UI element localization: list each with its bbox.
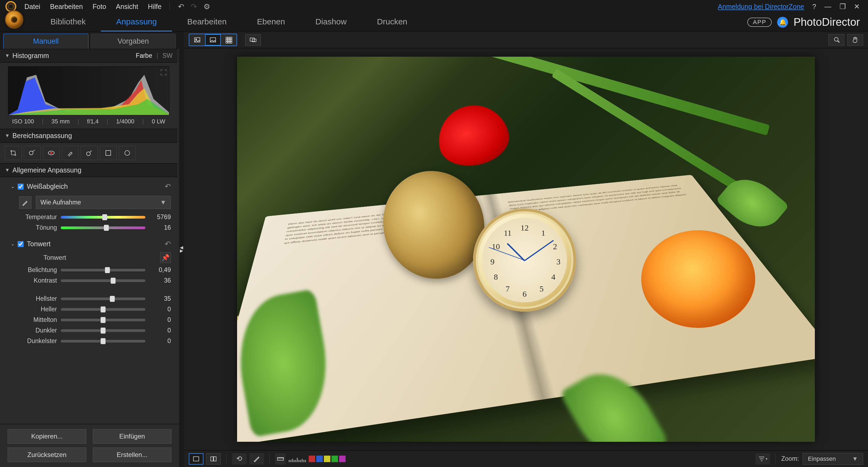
histogram-display[interactable]: ⛶: [8, 66, 169, 115]
menu-photo[interactable]: Foto: [93, 3, 106, 10]
gradient-mask-icon[interactable]: [100, 146, 117, 160]
histogram-metadata: ISO 100| 35 mm| f/1,4| 1/4000| 0 LW: [8, 118, 169, 125]
general-adjust-header[interactable]: ▼ Allgemeine Anpassung: [0, 163, 177, 177]
reset-button[interactable]: Zurücksetzen: [8, 447, 86, 462]
radial-mask-icon[interactable]: [119, 146, 135, 160]
tone-slider-dunkelster[interactable]: Dunkelster 0: [11, 336, 171, 346]
edit-pen-icon[interactable]: [249, 453, 264, 465]
pan-hand-icon[interactable]: [847, 34, 863, 45]
svg-rect-12: [226, 39, 227, 41]
app-store-button[interactable]: APP: [747, 18, 772, 27]
svg-point-7: [195, 39, 197, 40]
module-tab-layers[interactable]: Ebenen: [242, 13, 300, 31]
compare-split-icon[interactable]: [206, 453, 221, 465]
histogram-mode-color[interactable]: Farbe: [136, 52, 152, 59]
module-tab-edit[interactable]: Bearbeiten: [172, 13, 242, 31]
tint-slider[interactable]: Tönung 16: [11, 222, 171, 233]
adjustment-panel: Manuell Vorgaben ▼ Histogramm Farbe | SW: [0, 31, 179, 467]
white-balance-preset-dropdown[interactable]: Wie Aufnahme▼: [36, 196, 171, 209]
module-tab-print[interactable]: Drucken: [362, 13, 423, 31]
white-balance-toggle[interactable]: [18, 184, 24, 190]
selection-brush-icon[interactable]: [81, 146, 98, 160]
tone-slider-heller[interactable]: Heller 0: [11, 304, 171, 315]
menu-view[interactable]: Ansicht: [116, 3, 138, 10]
color-swatch[interactable]: [316, 456, 323, 462]
settings-gear-icon[interactable]: ⚙: [204, 2, 210, 11]
redeye-tool-icon[interactable]: [43, 146, 60, 160]
tone-slider-belichtung[interactable]: Belichtung 0,49: [11, 265, 171, 275]
pin-icon[interactable]: 📌: [160, 252, 171, 263]
secondary-display-icon[interactable]: [245, 34, 261, 45]
chevron-down-icon: ▼: [5, 133, 10, 138]
histogram-expand-icon[interactable]: ⛶: [160, 69, 167, 76]
color-swatch[interactable]: [339, 456, 346, 462]
module-tab-adjustment[interactable]: Anpassung: [101, 13, 172, 31]
menu-bar: Datei Bearbeiten Foto Ansicht Hilfe ↶ ↷ …: [0, 0, 868, 13]
panel-collapse-handle[interactable]: ◀▶: [179, 31, 184, 467]
spot-removal-icon[interactable]: [24, 146, 41, 160]
svg-rect-23: [214, 457, 216, 461]
undo-icon[interactable]: ↶: [178, 2, 184, 11]
color-swatch[interactable]: [324, 456, 330, 462]
menu-help[interactable]: Hilfe: [148, 3, 161, 10]
subtab-manual[interactable]: Manuell: [3, 34, 88, 49]
tone-slider-kontrast[interactable]: Kontrast 36: [11, 275, 171, 286]
svg-point-0: [29, 151, 33, 155]
reset-icon[interactable]: ↶: [165, 240, 171, 248]
brush-tool-icon[interactable]: [62, 146, 79, 160]
tone-slider-dunkler[interactable]: Dunkler 0: [11, 325, 171, 336]
white-balance-header[interactable]: ⌄ Weißabgleich ↶: [11, 180, 171, 193]
svg-point-2: [50, 152, 52, 154]
window-close-icon[interactable]: ✕: [854, 2, 860, 11]
redo-icon[interactable]: ↷: [191, 2, 197, 11]
window-minimize-icon[interactable]: —: [824, 2, 831, 11]
rotate-icon[interactable]: ⟲: [232, 453, 247, 465]
chevron-down-icon: ▼: [852, 455, 858, 462]
tone-slider-mittelton[interactable]: Mittelton 0: [11, 315, 171, 325]
module-tab-slideshow[interactable]: Diashow: [300, 13, 362, 31]
preview-image[interactable]: Denn das hast du doch wohl vor, oder? Un…: [237, 57, 815, 442]
histogram-title: Histogramm: [12, 52, 49, 60]
menu-edit[interactable]: Bearbeiten: [50, 3, 83, 10]
temperature-slider[interactable]: Temperatur 5769: [11, 212, 171, 222]
svg-point-3: [87, 152, 90, 156]
tone-slider-hellster[interactable]: Hellster 35: [11, 293, 171, 304]
color-swatch[interactable]: [332, 456, 338, 462]
panel-action-buttons: Kopieren... Einfügen Zurücksetzen Erstel…: [0, 424, 179, 467]
menu-file[interactable]: Datei: [24, 3, 40, 10]
directorzone-link[interactable]: Anmeldung bei DirectorZone: [718, 3, 804, 10]
zoom-tool-icon[interactable]: ▾: [828, 34, 844, 45]
subtab-presets[interactable]: Vorgaben: [91, 34, 176, 49]
notifications-icon[interactable]: 🔔: [777, 17, 788, 28]
help-icon[interactable]: ?: [812, 2, 816, 11]
svg-point-5: [125, 151, 130, 155]
white-balance-dropper-icon[interactable]: [19, 196, 31, 209]
module-tab-library[interactable]: Bibliothek: [35, 13, 101, 31]
copy-button[interactable]: Kopieren...: [8, 429, 86, 444]
main-menu: Datei Bearbeiten Foto Ansicht Hilfe: [24, 3, 161, 10]
window-maximize-icon[interactable]: ❐: [839, 2, 846, 11]
ruler-icon[interactable]: [275, 453, 286, 465]
view-sidebyside-icon[interactable]: [205, 34, 221, 45]
color-swatch[interactable]: [309, 456, 315, 462]
create-button[interactable]: Erstellen...: [93, 447, 172, 462]
reset-icon[interactable]: ↶: [165, 182, 171, 191]
tone-header[interactable]: ⌄ Tonwert ↶: [11, 237, 171, 251]
filter-list-icon[interactable]: ▾: [755, 453, 770, 465]
svg-rect-22: [211, 457, 213, 461]
color-label-swatches[interactable]: [309, 456, 346, 462]
svg-rect-17: [230, 41, 232, 43]
view-grid-icon[interactable]: [221, 34, 237, 45]
tone-toggle[interactable]: [18, 241, 24, 247]
rating-ticks[interactable]: [289, 456, 306, 462]
region-adjust-header[interactable]: ▼ Bereichsanpassung: [0, 129, 177, 143]
view-single-icon[interactable]: [189, 34, 205, 45]
svg-rect-4: [106, 151, 111, 155]
chevron-down-icon: ▼: [5, 167, 10, 173]
paste-button[interactable]: Einfügen: [93, 429, 172, 444]
compare-single-icon[interactable]: [189, 453, 204, 465]
crop-tool-icon[interactable]: [5, 146, 22, 160]
zoom-dropdown[interactable]: Einpassen▼: [803, 453, 863, 465]
histogram-header[interactable]: ▼ Histogramm Farbe | SW: [0, 49, 177, 63]
histogram-mode-bw[interactable]: SW: [162, 52, 173, 59]
